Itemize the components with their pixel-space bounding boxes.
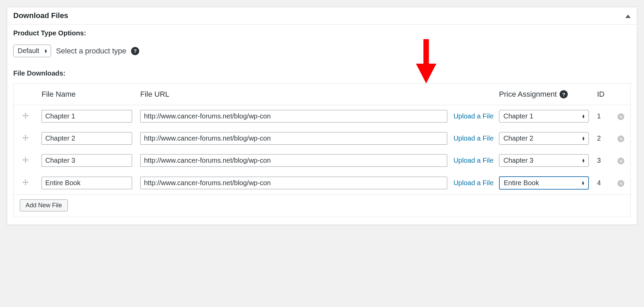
price-assignment-select[interactable]: Entire Book▲▼	[499, 176, 589, 190]
table-header-row: File Name File URL Price Assignment ? ID	[14, 84, 630, 105]
price-assignment-select[interactable]: Chapter 3▲▼	[499, 154, 589, 167]
file-url-input[interactable]	[140, 154, 447, 167]
remove-row-button[interactable]: ✕	[617, 135, 624, 142]
file-name-input[interactable]	[42, 154, 132, 167]
price-assignment-value: Chapter 1	[503, 112, 533, 120]
price-assignment-select[interactable]: Chapter 1▲▼	[499, 110, 589, 123]
remove-row-button[interactable]: ✕	[617, 113, 624, 120]
price-assignment-select[interactable]: Chapter 2▲▼	[499, 132, 589, 145]
file-name-input[interactable]	[42, 110, 132, 123]
price-assignment-value: Entire Book	[504, 179, 539, 187]
panel-title: Download Files	[13, 11, 68, 20]
file-name-input[interactable]	[42, 177, 132, 189]
col-price-assignment-label: Price Assignment	[499, 90, 557, 99]
select-sort-icon: ▲▼	[44, 49, 47, 53]
drag-handle-icon[interactable]	[18, 179, 33, 188]
panel-header: Download Files	[7, 7, 637, 25]
col-id-header: ID	[593, 84, 613, 105]
file-url-input[interactable]	[140, 132, 447, 145]
product-type-select[interactable]: Default ▲▼	[13, 45, 51, 57]
product-type-row: Default ▲▼ Select a product type ?	[13, 45, 631, 57]
drag-handle-icon[interactable]	[18, 134, 33, 143]
file-id-value: 2	[597, 134, 601, 142]
table-row: Upload a FileChapter 2▲▼2✕	[14, 127, 630, 149]
upload-file-link[interactable]: Upload a File	[453, 112, 494, 120]
collapse-toggle-icon[interactable]	[625, 12, 631, 20]
file-downloads-label: File Downloads:	[13, 69, 631, 77]
price-assignment-value: Chapter 2	[503, 134, 533, 142]
help-icon[interactable]: ?	[560, 90, 568, 98]
remove-row-button[interactable]: ✕	[617, 180, 624, 187]
product-type-helper: Select a product type	[56, 47, 126, 55]
add-new-file-button[interactable]: Add New File	[20, 199, 68, 211]
product-type-label: Product Type Options:	[13, 29, 631, 37]
downloads-table-wrap: File Name File URL Price Assignment ? ID…	[13, 83, 631, 217]
download-files-panel: Download Files Product Type Options: Def…	[7, 7, 637, 225]
panel-body: Product Type Options: Default ▲▼ Select …	[7, 25, 637, 225]
file-url-input[interactable]	[140, 110, 447, 123]
table-row: Upload a FileChapter 3▲▼3✕	[14, 149, 630, 172]
drag-handle-icon[interactable]	[18, 112, 33, 121]
product-type-select-value: Default	[18, 47, 39, 55]
svg-marker-0	[625, 15, 631, 18]
upload-file-link[interactable]: Upload a File	[453, 179, 494, 187]
table-row: Upload a FileChapter 1▲▼1✕	[14, 105, 630, 127]
upload-file-link[interactable]: Upload a File	[453, 134, 494, 142]
file-id-value: 4	[597, 179, 601, 187]
help-icon[interactable]: ?	[131, 47, 139, 55]
col-file-url-header: File URL	[136, 84, 498, 105]
col-remove-header	[613, 84, 630, 105]
table-row: Upload a FileEntire Book▲▼4✕	[14, 172, 630, 194]
col-file-name-header: File Name	[37, 84, 136, 105]
drag-handle-icon[interactable]	[18, 156, 33, 165]
select-sort-icon: ▲▼	[582, 114, 585, 118]
col-price-assignment-header: Price Assignment ?	[498, 84, 593, 105]
col-handle-header	[14, 84, 37, 105]
file-name-input[interactable]	[42, 132, 132, 145]
upload-file-link[interactable]: Upload a File	[453, 157, 494, 164]
file-url-input[interactable]	[140, 177, 447, 189]
select-sort-icon: ▲▼	[581, 181, 585, 185]
remove-row-button[interactable]: ✕	[617, 158, 624, 164]
file-id-value: 3	[597, 157, 601, 164]
downloads-table: File Name File URL Price Assignment ? ID…	[13, 83, 631, 217]
select-sort-icon: ▲▼	[582, 159, 585, 163]
price-assignment-value: Chapter 3	[503, 157, 533, 164]
file-id-value: 1	[597, 112, 601, 120]
select-sort-icon: ▲▼	[582, 136, 585, 141]
